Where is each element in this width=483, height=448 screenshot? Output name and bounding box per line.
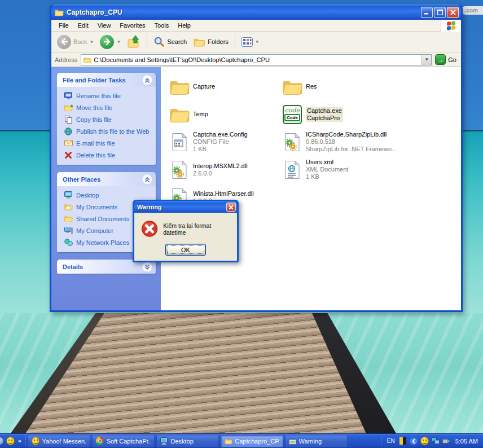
rename-icon: [64, 91, 73, 100]
taskbar-button-yahoo[interactable]: Yahoo! Messen...: [28, 435, 90, 447]
toolbar: Back ▼ ▼ Search Folders ▼: [51, 32, 461, 52]
address-combo[interactable]: C:\Documents and Settings\lET'sgO!\Deskt…: [81, 54, 432, 65]
menu-file[interactable]: File: [54, 21, 73, 30]
address-dropdown-button[interactable]: ▼: [421, 55, 431, 65]
menu-bar: File Edit View Favorites Tools Help: [51, 20, 461, 32]
forward-dropdown-icon[interactable]: ▼: [116, 39, 121, 45]
dialog-close-button[interactable]: [226, 203, 236, 212]
views-button[interactable]: ▼: [239, 36, 262, 49]
file-tasks-header[interactable]: File and Folder Tasks: [57, 73, 156, 87]
task-rename-file[interactable]: Rename this file: [64, 91, 153, 100]
minimize-button[interactable]: [421, 7, 433, 18]
file-tile-res[interactable]: Res: [280, 73, 461, 100]
toolbar-separator: [235, 34, 235, 49]
explorer-window: Captchapro_CPU File Edit View Favorites …: [50, 5, 463, 312]
folders-label: Folders: [208, 38, 229, 45]
quicklaunch-overflow-chevron[interactable]: »: [17, 438, 23, 444]
other-places-title: Other Places: [63, 176, 142, 183]
menu-view[interactable]: View: [93, 21, 116, 30]
address-path[interactable]: C:\Documents and Settings\lET'sgO!\Deskt…: [94, 56, 419, 63]
search-icon: [153, 36, 165, 47]
folder-icon: [168, 78, 191, 95]
window-title: Captchapro_CPU: [67, 8, 418, 16]
go-button[interactable]: → Go: [435, 54, 458, 65]
ok-button[interactable]: OK: [165, 244, 206, 256]
up-folder-icon: [127, 35, 140, 49]
quicklaunch-messenger-icon[interactable]: [6, 437, 15, 445]
forward-button[interactable]: ▼: [98, 33, 123, 51]
browser-icon: [96, 437, 104, 445]
expand-chevron-icon[interactable]: [142, 262, 152, 272]
publish-globe-icon: [64, 127, 73, 135]
forward-icon: [100, 35, 114, 49]
details-title: Details: [63, 263, 142, 270]
back-dropdown-icon[interactable]: ▼: [89, 39, 94, 45]
taskbar-button-warning[interactable]: Warning: [285, 435, 348, 447]
file-tile-captcha-exe[interactable]: code Code Captcha.exe CaptchaPro: [280, 100, 461, 128]
menu-tools[interactable]: Tools: [150, 21, 174, 30]
taskbar-divider[interactable]: [25, 436, 27, 447]
window-folder-icon: [54, 8, 64, 16]
file-list: Capture Temp Captcha.exe.Config CONFIG F…: [161, 67, 461, 310]
maximize-button[interactable]: [434, 7, 446, 18]
task-email-file[interactable]: E-mail this file: [64, 139, 153, 147]
task-publish-file[interactable]: Publish this file to the Web: [64, 127, 153, 135]
go-label: Go: [448, 56, 456, 63]
dialog-message: Kiểm tra lại format datetime: [163, 222, 234, 236]
back-button[interactable]: Back ▼: [55, 33, 96, 51]
file-tile-capture[interactable]: Capture: [168, 73, 280, 100]
views-dropdown-icon[interactable]: ▼: [255, 39, 260, 45]
warning-dialog: Warning Kiểm tra lại format datetime OK: [133, 200, 239, 262]
taskbar-button-captchapro-cpu[interactable]: Captchapro_CPU: [221, 435, 283, 447]
file-tile-sharpziplib-dll[interactable]: ICSharpCode.SharpZipLib.dll 0.86.0.518 S…: [280, 128, 461, 156]
folder-icon: [280, 78, 304, 95]
menu-edit[interactable]: Edit: [73, 21, 93, 30]
shared-documents-icon: [64, 214, 73, 223]
email-icon: [64, 139, 73, 147]
task-copy-file[interactable]: Copy this file: [64, 115, 153, 124]
address-folder-icon: [83, 56, 91, 63]
network-tray-icon[interactable]: [432, 437, 440, 445]
search-button[interactable]: Search: [151, 34, 189, 49]
file-tile-temp[interactable]: Temp: [168, 100, 280, 128]
safely-remove-tray-icon[interactable]: [442, 437, 450, 445]
move-icon: [64, 103, 73, 112]
views-icon: [242, 37, 253, 47]
file-tile-config[interactable]: Captcha.exe.Config CONFIG File 1 KB: [168, 128, 280, 156]
xml-file-icon: [280, 160, 304, 179]
network-places-icon: [64, 238, 73, 247]
up-button[interactable]: [125, 33, 143, 50]
place-desktop[interactable]: Desktop: [64, 191, 153, 199]
close-button[interactable]: [447, 7, 459, 18]
ime-tray-icon[interactable]: [399, 437, 407, 445]
delete-x-icon: [64, 151, 73, 159]
file-tile-interop-dll[interactable]: Interop.MSXML2.dll 2.6.0.0: [168, 156, 280, 183]
go-arrow-icon: →: [435, 54, 446, 65]
taskbar-button-desktop[interactable]: Desktop: [156, 435, 219, 447]
file-tile-users-xml[interactable]: Users.xml XML Document 1 KB: [280, 156, 461, 183]
collapse-chevron-icon[interactable]: [142, 75, 152, 85]
task-delete-file[interactable]: Delete this file: [64, 151, 153, 159]
other-places-header[interactable]: Other Places: [57, 172, 156, 186]
xp-flag-icon: [447, 21, 455, 30]
folders-button[interactable]: Folders: [191, 36, 231, 49]
collapse-chevron-icon[interactable]: [142, 174, 152, 185]
address-label: Address: [55, 56, 77, 63]
language-indicator[interactable]: EN: [386, 438, 396, 444]
task-move-file[interactable]: Move this file: [64, 103, 153, 112]
my-computer-icon: [64, 226, 73, 235]
title-bar[interactable]: Captchapro_CPU: [51, 5, 461, 20]
dll-file-icon: [280, 133, 304, 152]
menu-help[interactable]: Help: [173, 21, 195, 30]
folder-icon: [168, 106, 191, 123]
taskbar-button-soft-captcha[interactable]: Soft CaptchaPr...: [92, 435, 155, 447]
back-icon: [57, 35, 71, 49]
dialog-title-bar[interactable]: Warning: [134, 201, 237, 213]
toolbar-separator: [147, 34, 147, 49]
quicklaunch-app-icon[interactable]: [0, 437, 4, 445]
clock: 5:05 AM: [455, 438, 478, 445]
hide-icons-chevron[interactable]: [410, 437, 418, 445]
menu-favorites[interactable]: Favorites: [115, 21, 150, 30]
folders-icon: [193, 37, 205, 47]
messenger-tray-icon[interactable]: [420, 437, 429, 445]
